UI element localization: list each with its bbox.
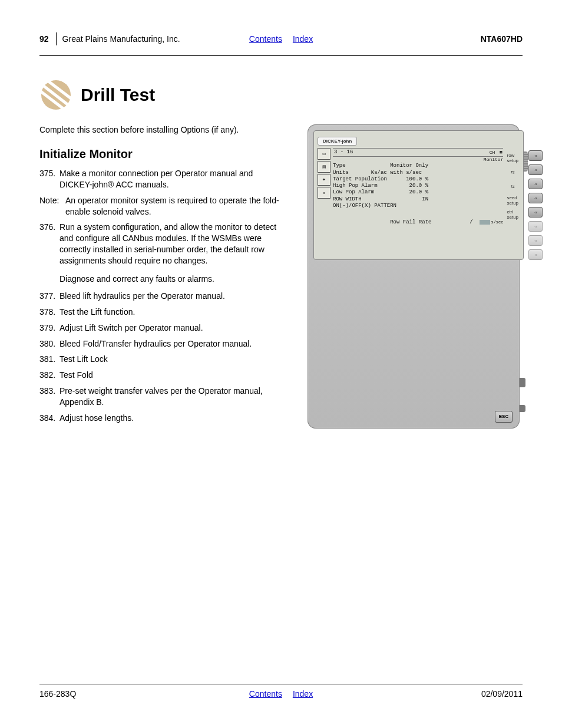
screen-group: 3 - 16	[334, 149, 353, 156]
monitor-screen: DICKEY-john ▭ ▤ ✦ ≡ 3 - 16	[313, 130, 524, 260]
hard-button[interactable]: ‹‹	[528, 221, 543, 232]
screen-line-type: Type Monitor Only	[333, 163, 503, 169]
step-number: 376.	[39, 222, 59, 266]
step-number: 379.	[39, 322, 59, 334]
soft-label: seed setup	[507, 196, 518, 205]
page-footer: 166-283Q Contents Index 02/09/2011	[39, 684, 523, 699]
left-softkey-icons: ▭ ▤ ✦ ≡	[318, 148, 330, 233]
step-number: 378.	[39, 307, 59, 318]
company-name: Great Plains Manufacturing, Inc.	[62, 34, 180, 44]
screen-line-highpop: High Pop Alarm 20.0 %	[333, 183, 503, 189]
footer-index-link[interactable]: Index	[293, 689, 313, 699]
step-383: 383. Pre-set weight transfer valves per …	[39, 386, 287, 408]
left-column: Complete this section before installing …	[39, 124, 287, 429]
rowfail-unit: s/sec	[491, 220, 503, 225]
step-number: 377.	[39, 291, 59, 302]
subheading: Initialize Monitor	[39, 146, 287, 162]
header-divider	[56, 32, 57, 45]
step-text: Test Lift Lock	[59, 354, 287, 365]
esc-button[interactable]: ESC	[495, 411, 513, 423]
step-text: Run a system configuration, and allow th…	[59, 222, 287, 266]
rowfail-text: Row Fail Rate /	[390, 219, 479, 225]
hard-button[interactable]: ‹‹	[528, 164, 543, 175]
step-text: Bleed lift hydraulics per the Operator m…	[59, 291, 287, 302]
step-381: 381. Test Lift Lock	[39, 354, 287, 365]
step-379: 379. Adjust Lift Switch per Operator man…	[39, 322, 287, 334]
step-text: Adjust hose lengths.	[59, 413, 287, 424]
step-number: 375.	[39, 168, 59, 190]
step-376-sub: Diagnose and correct any faults or alarm…	[59, 274, 287, 285]
logo-icon	[39, 80, 72, 110]
hard-button[interactable]: ‹‹	[528, 207, 543, 218]
monitor-device: DICKEY-john ▭ ▤ ✦ ≡ 3 - 16	[308, 124, 520, 429]
step-text: Test the Lift function.	[59, 307, 287, 318]
step-number: 380.	[39, 338, 59, 350]
softkey-icon[interactable]: ✦	[318, 174, 330, 186]
section-title: Drill Test	[81, 85, 155, 105]
soft-label: ctrl setup	[507, 210, 518, 219]
step-number: 383.	[39, 386, 59, 408]
right-column: DICKEY-john ▭ ▤ ✦ ≡ 3 - 16	[305, 124, 523, 429]
page-content: Drill Test Complete this section before …	[39, 80, 523, 429]
step-380: 380. Bleed Fold/Transfer hydraulics per …	[39, 338, 287, 350]
note-row: Note: An operator monitor system is requ…	[39, 195, 287, 218]
screen-line-units: Units Ks/ac with s/sec	[333, 170, 503, 176]
footer-nav: Contents Index	[200, 689, 361, 699]
soft-label: ⇆	[507, 168, 518, 176]
softkey-icon[interactable]: ▤	[318, 161, 330, 173]
screen-line-lowpop: Low Pop Alarm 20.0 %	[333, 189, 503, 196]
page-header: 92 Great Plains Manufacturing, Inc. Cont…	[39, 32, 523, 45]
step-text: Adjust Lift Switch per Operator manual.	[59, 322, 287, 334]
note-text: An operator monitor system is required t…	[65, 195, 287, 218]
step-375: 375. Make a monitor connection per Opera…	[39, 168, 287, 190]
screen-line-pattern: ON(-)/OFF(X) PATTERN	[333, 203, 503, 209]
softkey-icon[interactable]: ▭	[318, 148, 330, 160]
contents-link[interactable]: Contents	[249, 34, 282, 44]
step-text: Make a monitor connection per Operator m…	[59, 168, 287, 190]
step-number: 381.	[39, 354, 59, 365]
screen-line-target: Target Population 100.0 %	[333, 176, 503, 183]
step-text: Test Fold	[59, 370, 287, 381]
brand-label: DICKEY-john	[318, 137, 357, 146]
doc-date: 02/09/2011	[362, 689, 523, 699]
port-stub-2	[520, 405, 525, 412]
step-text: Bleed Fold/Transfer hydraulics per Opera…	[59, 338, 287, 350]
hard-button[interactable]: ‹‹	[528, 193, 543, 203]
screen-line-rowwidth: ROW WIDTH IN	[333, 196, 503, 203]
step-384: 384. Adjust hose lengths.	[39, 413, 287, 424]
header-rule	[39, 55, 523, 56]
step-number: 384.	[39, 413, 59, 424]
section-title-row: Drill Test	[39, 80, 523, 110]
monitor-badge: ▦	[500, 150, 502, 155]
step-377: 377. Bleed lift hydraulics per the Opera…	[39, 291, 287, 302]
ch-label: CH	[490, 150, 495, 156]
softkey-icon[interactable]: ≡	[318, 187, 330, 199]
soft-label: row setup	[507, 154, 518, 162]
screen-line-rowfail: Row Fail Rate / s/sec	[333, 213, 503, 233]
step-number: 382.	[39, 370, 59, 381]
footer-contents-link[interactable]: Contents	[249, 689, 282, 699]
step-378: 378. Test the Lift function.	[39, 307, 287, 318]
hard-button[interactable]: ‹‹	[528, 150, 543, 161]
rowfail-bar	[480, 220, 490, 225]
soft-label: ⇆	[507, 182, 518, 190]
step-text: Pre-set weight transfer valves per the O…	[59, 386, 287, 408]
hard-button[interactable]: ‹‹	[528, 235, 543, 246]
model-number: NTA607HD	[481, 34, 523, 44]
screen-content: 3 - 16 CH ▦ Monitor Type Monitor Only Un…	[333, 148, 503, 233]
port-stub	[520, 378, 525, 387]
hard-button[interactable]: ‹‹	[528, 179, 543, 189]
doc-number: 166-283Q	[39, 689, 200, 699]
intro-text: Complete this section before installing …	[39, 124, 287, 136]
right-softkey-labels: row setup ⇆ ⇆ seed setup ctrl setup	[505, 148, 520, 233]
monitor-label: Monitor	[333, 157, 503, 163]
index-link[interactable]: Index	[293, 34, 313, 44]
header-nav: Contents Index	[249, 34, 313, 44]
step-382: 382. Test Fold	[39, 370, 287, 381]
step-376: 376. Run a system configuration, and all…	[39, 222, 287, 266]
page-number: 92	[39, 34, 49, 44]
hard-button[interactable]: ‹‹	[528, 249, 543, 260]
hard-button-column: ‹‹ ‹‹ ‹‹ ‹‹ ‹‹ ‹‹ ‹‹ ‹‹	[528, 130, 543, 260]
note-label: Note:	[39, 195, 65, 218]
